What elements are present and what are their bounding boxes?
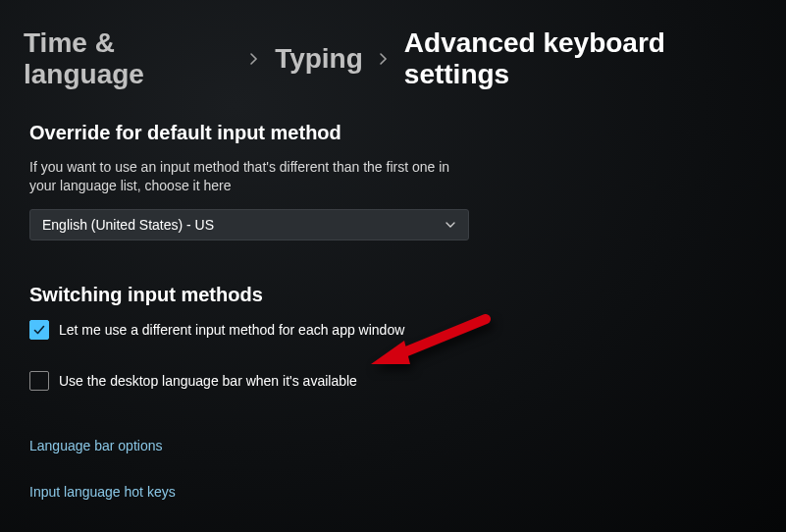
breadcrumb-time-language[interactable]: Time & language	[24, 27, 234, 90]
input-method-dropdown[interactable]: English (United States) - US	[29, 209, 469, 240]
section-title-override: Override for default input method	[29, 122, 757, 144]
chevron-down-icon	[445, 221, 456, 229]
checkbox-desktop-lang-bar-label: Use the desktop language bar when it's a…	[59, 373, 357, 389]
chevron-right-icon	[379, 52, 389, 66]
checkbox-desktop-lang-bar[interactable]	[29, 371, 49, 391]
link-input-language-hotkeys[interactable]: Input language hot keys	[29, 484, 176, 500]
link-language-bar-options[interactable]: Language bar options	[29, 438, 162, 453]
chevron-right-icon	[249, 52, 259, 66]
override-description: If you want to use an input method that'…	[29, 158, 461, 195]
breadcrumb-typing[interactable]: Typing	[275, 43, 363, 75]
section-title-switching: Switching input methods	[29, 284, 757, 306]
breadcrumb-advanced-keyboard: Advanced keyboard settings	[404, 27, 762, 90]
dropdown-selected-value: English (United States) - US	[42, 217, 214, 233]
checkbox-per-app-input[interactable]	[29, 320, 49, 340]
checkbox-per-app-label: Let me use a different input method for …	[59, 322, 404, 338]
breadcrumb: Time & language Typing Advanced keyboard…	[0, 0, 786, 108]
